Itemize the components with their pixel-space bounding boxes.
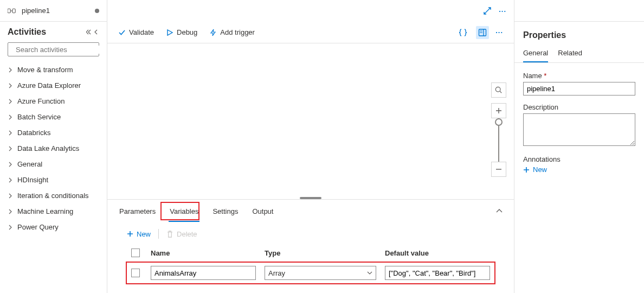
sidebar-item[interactable]: Power Query [0, 219, 107, 235]
search-field[interactable] [16, 46, 107, 54]
chevron-right-icon [8, 67, 13, 73]
col-header-type: Type [265, 249, 376, 257]
variable-default-input[interactable] [385, 266, 490, 280]
tab-settings[interactable]: Settings [211, 202, 239, 222]
sidebar-item[interactable]: Azure Function [0, 93, 107, 109]
select-all-checkbox[interactable] [131, 249, 140, 257]
play-outline-icon [166, 29, 173, 36]
search-icon [495, 86, 503, 94]
chevron-right-icon [8, 225, 13, 230]
delete-variable-button: Delete [166, 230, 197, 238]
sidebar-item[interactable]: Azure Data Explorer [0, 78, 107, 93]
more-menu-icon[interactable]: ··· [499, 7, 506, 15]
collapse-panel-icon[interactable] [94, 29, 99, 35]
properties-heading: Properties [523, 30, 635, 40]
add-annotation-button[interactable]: New [523, 165, 635, 174]
annotations-label: Annotations [523, 155, 635, 163]
description-input[interactable] [523, 113, 635, 146]
sidebar-item[interactable]: HDInsight [0, 172, 107, 188]
svg-rect-0 [8, 9, 10, 13]
plus-icon [523, 167, 530, 173]
chevron-right-icon [8, 177, 13, 183]
pipeline-tab[interactable]: pipeline1 [0, 0, 107, 22]
properties-toggle-button[interactable] [476, 26, 489, 39]
chevron-right-icon [8, 114, 13, 120]
svg-line-10 [500, 91, 501, 93]
activities-heading: Activities [8, 27, 46, 37]
col-header-name: Name [151, 249, 256, 257]
tab-title: pipeline1 [22, 7, 50, 15]
add-trigger-button[interactable]: Add trigger [209, 28, 255, 36]
svg-rect-1 [12, 9, 15, 13]
separator [158, 229, 159, 239]
pipeline-canvas[interactable] [107, 43, 514, 199]
new-variable-button[interactable]: New [127, 230, 151, 238]
zoom-slider[interactable] [498, 118, 499, 162]
canvas-search-button[interactable] [491, 82, 506, 98]
search-activities-input[interactable] [8, 42, 99, 56]
zoom-control [491, 103, 506, 177]
tab-output[interactable]: Output [251, 202, 274, 222]
sidebar-item[interactable]: Databricks [0, 125, 107, 141]
tab-variables[interactable]: Variables [169, 202, 199, 222]
expand-icon[interactable] [484, 7, 491, 15]
braces-icon [459, 28, 467, 37]
zoom-thumb[interactable] [495, 118, 503, 126]
chevron-right-icon [8, 83, 13, 88]
lightning-icon [209, 29, 217, 36]
debug-button[interactable]: Debug [166, 28, 197, 36]
zoom-in-button[interactable] [491, 103, 506, 118]
sidebar-item[interactable]: Batch Service [0, 109, 107, 125]
variable-name-input[interactable] [151, 266, 256, 280]
chevron-right-icon [8, 130, 13, 136]
chevron-down-icon [367, 270, 372, 276]
description-label: Description [523, 103, 635, 111]
variable-type-select[interactable]: Array [265, 266, 376, 280]
trash-icon [166, 231, 173, 238]
chevron-right-icon [8, 162, 13, 167]
sidebar-item[interactable]: Machine Learning [0, 203, 107, 219]
json-view-button[interactable] [456, 26, 469, 39]
plus-icon [127, 231, 133, 237]
collapse-icon[interactable] [86, 29, 93, 35]
sidebar-item[interactable]: Iteration & conditionals [0, 188, 107, 203]
minus-icon [495, 166, 502, 173]
row-checkbox[interactable] [131, 269, 140, 277]
zoom-out-button[interactable] [491, 162, 506, 177]
sidebar-item[interactable]: General [0, 156, 107, 172]
pipeline-icon [8, 7, 17, 15]
chevron-right-icon [8, 209, 13, 214]
sidebar-item[interactable]: Move & transform [0, 62, 107, 78]
more-toolbar-icon[interactable]: ··· [495, 28, 503, 36]
props-tab-general[interactable]: General [523, 49, 548, 62]
chevron-right-icon [8, 193, 13, 199]
check-icon [118, 29, 126, 36]
tab-parameters[interactable]: Parameters [118, 202, 157, 222]
activities-list: Move & transform Azure Data Explorer Azu… [0, 61, 107, 236]
panel-right-icon [478, 28, 487, 37]
sidebar-item[interactable]: Data Lake Analytics [0, 141, 107, 156]
unsaved-indicator-icon [95, 9, 99, 13]
col-header-default: Default value [385, 249, 490, 257]
plus-icon [495, 107, 502, 114]
chevron-right-icon [8, 146, 13, 151]
variable-row: Array [126, 262, 495, 284]
pipeline-name-input[interactable] [523, 82, 635, 95]
props-tab-related[interactable]: Related [558, 49, 582, 62]
chevron-right-icon [8, 99, 13, 104]
validate-button[interactable]: Validate [118, 28, 154, 36]
name-label: Name [523, 72, 635, 80]
collapse-bottom-icon[interactable] [495, 207, 503, 215]
resize-handle[interactable] [300, 197, 321, 199]
svg-point-9 [495, 87, 500, 92]
variables-header-row: Name Type Default value [126, 244, 495, 262]
